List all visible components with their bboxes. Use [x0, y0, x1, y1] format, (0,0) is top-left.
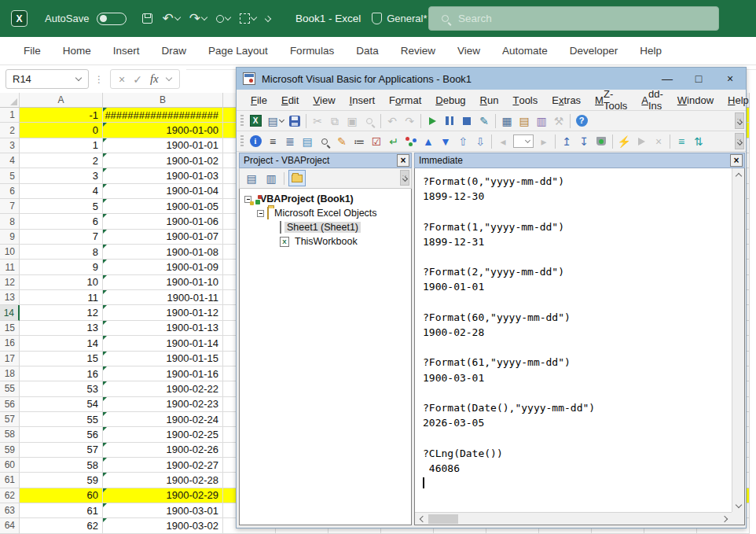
cell-a56[interactable]: 54	[20, 397, 103, 412]
tree-item-microsoft-excel-objects[interactable]: Microsoft Excel Objects	[240, 206, 411, 220]
touch-mode-icon[interactable]	[216, 15, 224, 23]
cut-button[interactable]: ✂	[309, 112, 326, 130]
cell-b11[interactable]: 1900-01-09	[103, 260, 223, 274]
cell-b7[interactable]: 1900-01-05	[103, 199, 223, 214]
cell-b8[interactable]: 1900-01-06	[103, 214, 223, 229]
cell-b62[interactable]: 1900-02-29	[103, 488, 223, 503]
reset-button[interactable]	[458, 112, 475, 130]
select-all-corner[interactable]	[0, 93, 20, 108]
cell-b3[interactable]: 1900-01-01	[103, 138, 223, 153]
row-header-2[interactable]: 2	[0, 123, 20, 138]
mz-run-button[interactable]: ⚡	[615, 133, 633, 150]
mz-line-numbers-button[interactable]: ≣	[281, 133, 299, 150]
tree-item-thisworkbook[interactable]: XThisWorkbook	[240, 234, 411, 249]
row-header-62[interactable]: 62	[0, 488, 20, 503]
mz-find-button[interactable]	[316, 133, 333, 150]
cell-a16[interactable]: 14	[20, 336, 103, 351]
vba-menu-mz-tools[interactable]: MZ-Tools	[588, 90, 634, 110]
cell-b16[interactable]: 1900-01-14	[103, 336, 223, 351]
cell-b17[interactable]: 1900-01-15	[103, 352, 223, 366]
save-icon[interactable]	[142, 13, 152, 24]
cell-a61[interactable]: 59	[20, 473, 103, 488]
ribbon-tab-insert[interactable]: Insert	[102, 37, 151, 64]
mz-delete-button[interactable]: ×	[650, 133, 667, 150]
vba-menu-tools[interactable]: Tools	[505, 90, 545, 110]
mz-review-button[interactable]: ☑	[368, 133, 385, 150]
copy-button[interactable]: ⧉	[326, 112, 343, 130]
cell-b2[interactable]: 1900-01-00	[103, 123, 223, 138]
view-object-button[interactable]: ▥	[262, 170, 280, 186]
mz-forward-button[interactable]: ▸	[535, 133, 552, 150]
tree-item-sheet1-sheet1-[interactable]: Sheet1 (Sheet1)	[240, 220, 411, 234]
ribbon-tab-page-layout[interactable]: Page Layout	[197, 37, 279, 64]
mz-combo-box[interactable]	[512, 133, 535, 150]
cell-a8[interactable]: 6	[20, 214, 103, 229]
project-toolbar-overflow-button[interactable]: ··	[400, 170, 409, 186]
insert-function-icon[interactable]: fx	[150, 72, 159, 86]
row-header-18[interactable]: 18	[0, 366, 20, 381]
cell-b6[interactable]: 1900-01-04	[103, 184, 223, 199]
vba-menu-edit[interactable]: Edit	[274, 90, 306, 110]
vba-menu-debug[interactable]: Debug	[428, 90, 472, 110]
formula-bar-gripper[interactable]: ⋮	[94, 74, 105, 85]
cell-a9[interactable]: 7	[20, 230, 103, 245]
collapse-icon[interactable]	[257, 210, 264, 217]
excel-app-icon[interactable]: X	[11, 10, 28, 27]
help-button[interactable]: ?	[573, 112, 590, 130]
immediate-text-area[interactable]: ?Format(0,"yyyy-mm-dd")1899-12-30 ?Forma…	[415, 168, 732, 512]
search-input[interactable]: Search	[428, 6, 719, 31]
cell-a58[interactable]: 56	[20, 427, 103, 442]
vba-menu-add-ins[interactable]: Add-Ins	[634, 90, 670, 110]
cell-a1[interactable]: -1	[20, 108, 103, 123]
ribbon-tab-home[interactable]: Home	[52, 37, 102, 64]
cell-a10[interactable]: 8	[20, 245, 103, 260]
cell-a62[interactable]: 60	[20, 488, 103, 503]
screenshot-icon[interactable]	[240, 13, 250, 24]
name-box-dropdown-icon[interactable]	[75, 75, 82, 81]
tree-item-vbaproject-book1-[interactable]: VBAProject (Book1)	[240, 192, 411, 206]
column-header-b[interactable]: B	[103, 93, 223, 108]
mz-procedures-button[interactable]: ≡	[264, 133, 281, 150]
confirm-entry-icon[interactable]: ✓	[133, 73, 142, 86]
toolbar-gripper[interactable]	[240, 115, 244, 127]
ribbon-tab-review[interactable]: Review	[390, 37, 446, 64]
cell-b55[interactable]: 1900-02-22	[103, 381, 223, 396]
mz-continue-button[interactable]	[633, 133, 650, 150]
row-header-61[interactable]: 61	[0, 473, 20, 488]
ribbon-tab-automate[interactable]: Automate	[491, 37, 559, 64]
undo-icon[interactable]: ↶	[162, 12, 173, 25]
mz-favorites-button[interactable]	[402, 133, 420, 150]
toolbar-overflow-button[interactable]: ··	[735, 112, 744, 129]
vba-maximize-button[interactable]: □	[683, 72, 714, 85]
redo-dropdown-icon[interactable]	[201, 14, 207, 20]
design-mode-button[interactable]: ✎	[475, 112, 493, 130]
cell-a12[interactable]: 10	[20, 275, 103, 290]
cell-b64[interactable]: 1900-03-02	[103, 518, 223, 533]
row-header-3[interactable]: 3	[0, 138, 20, 153]
vba-menu-run[interactable]: Run	[473, 90, 506, 110]
cell-a59[interactable]: 57	[20, 443, 103, 458]
ribbon-tab-help[interactable]: Help	[629, 37, 673, 64]
row-header-8[interactable]: 8	[0, 214, 20, 229]
vba-menu-extras[interactable]: Extras	[545, 90, 588, 110]
cell-a7[interactable]: 5	[20, 199, 103, 214]
mz-clean-button[interactable]	[593, 133, 610, 150]
mz-list-button[interactable]: ≔	[350, 133, 368, 150]
cell-b14[interactable]: 1900-01-12	[103, 305, 223, 320]
mz-move-down-button[interactable]: ▼	[437, 133, 454, 150]
find-button[interactable]	[361, 112, 378, 130]
row-header-56[interactable]: 56	[0, 397, 20, 412]
properties-window-button[interactable]: ▤	[516, 112, 533, 130]
cell-a13[interactable]: 11	[20, 290, 103, 305]
cell-a64[interactable]: 62	[20, 518, 103, 533]
row-header-60[interactable]: 60	[0, 458, 20, 473]
row-header-17[interactable]: 17	[0, 352, 20, 366]
cell-a11[interactable]: 9	[20, 260, 103, 274]
save-button[interactable]	[286, 112, 303, 130]
redo-icon[interactable]: ↷	[189, 12, 200, 25]
cell-a55[interactable]: 53	[20, 381, 103, 396]
row-header-9[interactable]: 9	[0, 230, 20, 245]
vba-menu-help[interactable]: Help	[721, 90, 756, 110]
cell-a5[interactable]: 3	[20, 168, 103, 183]
cell-a63[interactable]: 61	[20, 503, 103, 518]
